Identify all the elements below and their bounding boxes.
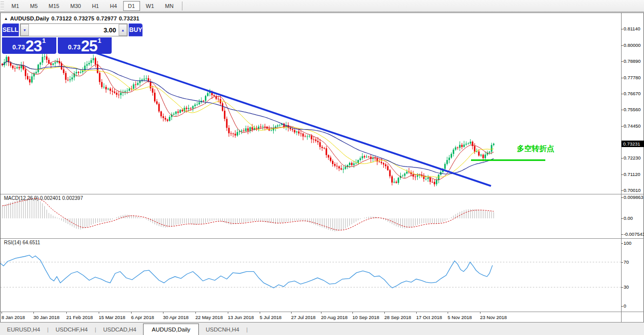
macd-indicator-pane[interactable] [0,194,621,239]
date-axis-tick [1,312,2,314]
axis-tick [621,234,623,235]
price-axis-label: 0.78890 [624,58,641,64]
rsi-indicator-pane[interactable] [0,239,621,312]
pane-divider [0,312,644,312]
axis-tick [621,94,623,94]
date-axis-label: 20 Aug 2018 [321,315,347,320]
timeframe-button-d1[interactable]: D1 [123,1,140,11]
pane-divider[interactable] [0,194,644,194]
price-axis-label: 0.70010 [624,187,641,193]
date-axis-label: 15 Mar 2018 [99,315,125,320]
tab-usdchf-h4[interactable]: USDCHF,H4 [48,325,95,335]
buy-price-display[interactable]: 0.73 25 1 [58,37,112,54]
axis-tick [621,29,623,29]
sell-price-display[interactable]: 0.73 23 1 [2,37,56,54]
buy-button[interactable]: BUY [129,23,143,36]
timeframe-button-m30[interactable]: M30 [65,1,86,11]
axis-tick [621,174,623,175]
date-axis-label: 27 Jul 2018 [291,315,316,320]
date-axis-tick [260,312,260,314]
date-axis-tick [228,312,228,314]
ohlc-low: 0.72977 [96,15,117,21]
date-axis-label: 13 Jun 2018 [228,315,254,320]
price-axis-label: 0.77780 [624,75,641,80]
sell-price-big: 23 [25,40,41,52]
pane-divider[interactable] [0,238,644,239]
timeframe-button-h1[interactable]: H1 [87,1,104,11]
date-axis-label: 22 May 2018 [195,315,223,320]
timeframe-button-m5[interactable]: M5 [25,1,42,11]
sell-price-sup: 1 [42,37,46,44]
macd-axis-label: 0.00 [624,215,633,221]
axis-tick [621,61,623,62]
chart-tab-bar: EURUSD,H4 | USDCHF,H4 | USDCAD,H4 AUDUSD… [0,322,644,335]
timeframe-button-m15[interactable]: M15 [44,1,64,11]
date-axis-tick [195,312,196,314]
price-axis-label: 0.72230 [624,155,641,161]
price-axis-line [621,13,622,322]
volume-input[interactable] [29,24,119,36]
chart-title: ▲ AUDUSD,Daily 0.73122 0.73275 0.72977 0… [4,15,140,21]
axis-tick [621,190,623,191]
timeframe-button-w1[interactable]: W1 [141,1,160,11]
axis-tick [621,306,623,307]
tab-usdcnh-h4[interactable]: USDCNH,H4 [199,325,246,335]
tab-eurusd-h4[interactable]: EURUSD,H4 [0,325,47,335]
timeframe-button-h4[interactable]: H4 [105,1,122,11]
date-axis-label: 21 Feb 2018 [66,315,93,320]
current-price-tag: 0.73231 [622,141,644,147]
date-axis-tick [352,312,353,314]
tab-audusd-daily[interactable]: AUDUSD,Daily [143,324,198,335]
date-axis-label: 5 Jul 2018 [260,315,282,320]
ohlc-high: 0.73275 [74,15,94,21]
rsi-axis-label: 0 [624,303,626,309]
date-axis-tick [384,312,385,314]
date-axis-tick [163,312,163,314]
price-axis-label: 0.81140 [624,26,641,31]
rsi-label: RSI(14) 64.6511 [4,240,40,245]
tab-separator: | [246,327,248,333]
toolbar-grip-icon[interactable] [0,1,4,10]
date-axis-tick [33,312,34,314]
tab-usdcad-h4[interactable]: USDCAD,H4 [96,325,143,335]
buy-price-big: 25 [81,40,97,52]
axis-tick [621,78,623,78]
date-axis-label: 30 Apr 2018 [163,315,188,320]
date-axis-tick [448,312,448,314]
rsi-axis-label: 70 [624,259,629,265]
timeframe-button-mn[interactable]: MN [160,1,178,11]
price-axis-label: 0.71120 [624,171,641,177]
date-axis-tick [321,312,322,314]
volume-decrease-icon[interactable]: ▼ [20,24,29,36]
ohlc-close: 0.73231 [119,15,139,21]
price-axis-label: 0.74450 [624,123,641,129]
buy-price-sup: 1 [98,37,101,44]
date-axis-tick [99,312,99,314]
date-axis-label: 8 Jan 2018 [1,315,25,320]
sell-price-prefix: 0.73 [12,43,25,51]
timeframe-button-m1[interactable]: M1 [6,1,24,11]
date-axis-tick [480,312,481,314]
buy-price-prefix: 0.73 [68,43,80,51]
date-axis-label: 30 Jan 2018 [33,315,59,320]
one-click-trade-panel: SELL ▼ ▲ BUY 0.73 23 1 0.73 25 1 [2,23,112,54]
axis-tick [621,110,623,110]
date-axis-label: 5 Nov 2018 [448,315,472,320]
chart-symbol-label: AUDUSD,Daily [10,15,49,21]
trading-terminal-window: M1 M5 M15 M30 H1 H4 D1 W1 MN ▲ AUDUSD,Da… [0,0,644,335]
axis-tick [621,45,623,46]
annotation-turning-point: 多空转折点 [517,144,554,154]
date-axis-tick [291,312,292,314]
macd-axis-label: -0.007543 [624,231,644,237]
date-axis-label: 6 Apr 2018 [131,315,154,320]
macd-label: MACD(12,26,9) 0.002401 0.002397 [4,195,83,201]
axis-tick [621,158,623,159]
date-axis-tick [416,312,417,314]
volume-increase-icon[interactable]: ▲ [119,24,127,36]
sell-button[interactable]: SELL [2,23,19,36]
date-axis-tick [131,312,132,314]
macd-axis-label: 0.009863 [624,194,644,200]
toolbar-separator [182,1,182,10]
axis-tick [621,243,623,244]
price-axis-label: 0.80000 [624,42,641,48]
